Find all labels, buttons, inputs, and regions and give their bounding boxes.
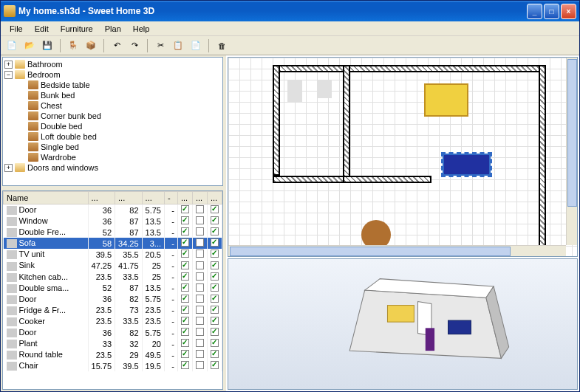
wall[interactable] [273, 65, 280, 176]
scroll-thumb[interactable] [567, 59, 577, 207]
checkbox[interactable] [196, 272, 204, 281]
checkbox[interactable] [196, 295, 204, 303]
furniture-sink[interactable] [317, 80, 332, 98]
checkbox[interactable] [181, 205, 189, 213]
tree-item[interactable]: Bedside table [4, 80, 221, 90]
col-v2[interactable]: ... [193, 192, 208, 204]
table-row[interactable]: TV unit39.535.520.5- [4, 249, 222, 260]
checkbox[interactable] [196, 216, 204, 224]
vertical-scrollbar[interactable] [566, 58, 577, 245]
checkbox[interactable] [196, 317, 204, 325]
tree-item[interactable]: Loft double bed [4, 131, 221, 142]
wall[interactable] [273, 176, 354, 183]
tree-item[interactable]: Chest [4, 100, 221, 111]
furniture-sofa-selected[interactable] [443, 154, 491, 176]
new-button[interactable]: 📄 [4, 38, 20, 54]
table-row[interactable]: Door36825.75- [4, 294, 222, 305]
checkbox[interactable] [196, 283, 204, 292]
table-row[interactable]: Double sma...528713.5- [4, 283, 222, 294]
checkbox[interactable] [211, 261, 219, 269]
checkbox[interactable] [211, 328, 219, 336]
checkbox[interactable] [181, 361, 189, 369]
checkbox[interactable] [196, 306, 204, 314]
checkbox[interactable] [196, 328, 204, 336]
checkbox[interactable] [181, 227, 189, 235]
delete-button[interactable]: 🗑 [214, 38, 230, 54]
col-v1[interactable]: ... [178, 192, 193, 204]
tree-item[interactable]: Wardrobe [4, 152, 221, 162]
checkbox[interactable] [211, 317, 219, 325]
checkbox[interactable] [181, 261, 189, 269]
minimize-button[interactable]: _ [527, 4, 542, 19]
checkbox[interactable] [196, 238, 204, 247]
menu-help[interactable]: Help [127, 23, 156, 35]
checkbox[interactable] [196, 250, 204, 258]
expand-icon[interactable]: + [4, 61, 13, 69]
furniture-fridge[interactable] [287, 80, 302, 102]
checkbox[interactable] [196, 339, 204, 347]
wall[interactable] [539, 65, 546, 257]
add-furniture-button[interactable]: 🪑 [65, 38, 81, 54]
horizontal-scrollbar[interactable] [228, 245, 566, 256]
checkbox[interactable] [211, 205, 219, 213]
menu-furniture[interactable]: Furniture [55, 23, 99, 35]
checkbox[interactable] [211, 272, 219, 281]
plan-view-2d[interactable] [228, 57, 578, 257]
table-row[interactable]: Kitchen cab...23.533.525- [4, 272, 222, 283]
col-v3[interactable]: ... [208, 192, 222, 204]
tree-item[interactable]: Double bed [4, 121, 221, 131]
table-row[interactable]: Chair15.7539.519.5- [4, 360, 222, 371]
table-row[interactable]: Door36825.75- [4, 327, 222, 338]
tree-item[interactable]: Single bed [4, 142, 221, 152]
checkbox[interactable] [181, 328, 189, 336]
col-h[interactable]: ... [142, 192, 164, 204]
tree-item[interactable]: Bunk bed [4, 90, 221, 100]
checkbox[interactable] [181, 283, 189, 292]
table-row[interactable]: Door36825.75- [4, 204, 222, 216]
checkbox[interactable] [196, 361, 204, 369]
checkbox[interactable] [211, 295, 219, 303]
checkbox[interactable] [196, 261, 204, 269]
furniture-tree[interactable]: +Bathroom −Bedroom Bedside table Bunk be… [2, 57, 223, 186]
col-x[interactable]: - [165, 192, 178, 204]
undo-button[interactable]: ↶ [109, 38, 125, 54]
checkbox[interactable] [181, 350, 189, 358]
wall[interactable] [273, 65, 546, 72]
cut-button[interactable]: ✂ [152, 38, 168, 54]
tree-folder-doors[interactable]: +Doors and windows [4, 162, 221, 173]
table-row[interactable]: Plant333220- [4, 338, 222, 349]
save-button[interactable]: 💾 [39, 38, 55, 54]
table-row[interactable]: Cooker23.533.523.5- [4, 316, 222, 327]
checkbox[interactable] [211, 238, 219, 247]
checkbox[interactable] [181, 317, 189, 325]
expand-icon[interactable]: + [4, 164, 13, 172]
view-3d[interactable] [228, 258, 578, 390]
checkbox[interactable] [181, 339, 189, 347]
table-row[interactable]: Fridge & Fr...23.57323.5- [4, 305, 222, 316]
wall[interactable] [343, 176, 431, 183]
furniture-bed[interactable] [424, 83, 468, 117]
checkbox[interactable] [181, 238, 189, 247]
scroll-thumb[interactable] [230, 247, 511, 256]
menu-edit[interactable]: Edit [29, 23, 55, 35]
checkbox[interactable] [211, 350, 219, 358]
table-row[interactable]: Window368713.5- [4, 216, 222, 227]
copy-button[interactable]: 📋 [170, 38, 186, 54]
menu-plan[interactable]: Plan [99, 23, 127, 35]
col-d[interactable]: ... [115, 192, 143, 204]
checkbox[interactable] [211, 306, 219, 314]
checkbox[interactable] [181, 250, 189, 258]
import-button[interactable]: 📦 [83, 38, 99, 54]
table-row[interactable]: Sink47.2541.7525- [4, 260, 222, 271]
checkbox[interactable] [196, 205, 204, 213]
checkbox[interactable] [211, 250, 219, 258]
paste-button[interactable]: 📄 [188, 38, 204, 54]
tree-item[interactable]: Corner bunk bed [4, 111, 221, 121]
tree-folder-bedroom[interactable]: −Bedroom [4, 69, 221, 80]
close-button[interactable]: × [561, 4, 576, 19]
checkbox[interactable] [181, 272, 189, 281]
checkbox[interactable] [211, 216, 219, 224]
collapse-icon[interactable]: − [4, 71, 13, 79]
checkbox[interactable] [211, 361, 219, 369]
table-row[interactable]: Round table23.52949.5- [4, 349, 222, 360]
